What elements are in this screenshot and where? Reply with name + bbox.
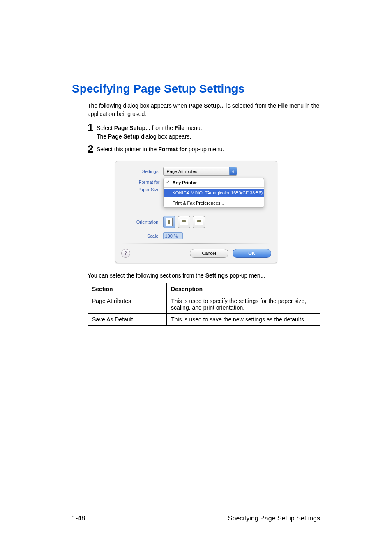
landscape-right-icon: [195, 219, 203, 225]
settings-row: Settings: Page Attributes ▴▾: [121, 167, 271, 176]
table-row: Page Attributes This is used to specify …: [88, 295, 320, 314]
table-header-description: Description: [167, 283, 320, 295]
page-footer: 1-48 Specifying Page Setup Settings: [72, 511, 320, 522]
table-header-section: Section: [88, 283, 167, 295]
dialog-footer: ? Cancel OK: [121, 249, 271, 258]
table-cell-section: Save As Default: [88, 314, 167, 326]
footer-divider: [72, 511, 320, 511]
after-text-b: pop-up menu.: [228, 272, 265, 279]
step1-text-b: from the: [150, 125, 175, 131]
step1-text-a: Select: [97, 125, 114, 131]
dropdown-item-prefs[interactable]: Print & Fax Preferences...: [164, 199, 264, 207]
step-number: 2: [88, 143, 97, 154]
paper-size-label: Paper Size: [121, 187, 163, 192]
step1-line2-bold: Page Setup: [108, 133, 139, 140]
section-heading: Specifying Page Setup Settings: [72, 82, 320, 95]
table-cell-description: This is used to save the new settings as…: [167, 314, 320, 326]
step2-bold-1: Format for: [158, 146, 187, 153]
table-cell-description: This is used to specify the settings for…: [167, 295, 320, 314]
step-text: Select this printer in the Format for po…: [97, 143, 224, 154]
after-screenshot-text: You can select the following sections fr…: [88, 272, 320, 279]
intro-text-2: is selected from the: [225, 102, 278, 109]
format-for-row: Format for Any Printer KONICA MINOLTAmag…: [137, 180, 271, 185]
step1-line2-a: The: [97, 133, 108, 140]
dropdown-item-any-printer[interactable]: Any Printer: [164, 178, 264, 187]
step1-text-c: menu.: [184, 125, 202, 131]
intro-paragraph: The following dialog box appears when Pa…: [88, 102, 320, 118]
step2-text-b: pop-up menu.: [187, 146, 224, 153]
format-for-label: Format for: [137, 180, 163, 185]
landscape-left-icon: [180, 219, 188, 225]
orientation-landscape-right-button[interactable]: [193, 216, 205, 228]
format-for-dropdown[interactable]: Any Printer KONICA MINOLTAmagicolor 1650…: [163, 178, 264, 208]
footer-title: Specifying Page Setup Settings: [228, 515, 320, 522]
cancel-button[interactable]: Cancel: [190, 249, 228, 258]
orientation-landscape-left-button[interactable]: [178, 216, 190, 228]
dialog-divider: [121, 243, 271, 244]
intro-bold-2: File: [278, 102, 288, 109]
intro-text-1: The following dialog box appears when: [88, 102, 189, 109]
step-number: 1: [88, 122, 97, 133]
footer-page-number: 1-48: [72, 515, 85, 522]
step-text: Select Page Setup... from the File menu.…: [97, 122, 202, 141]
select-caret-icon: ▴▾: [229, 167, 237, 175]
settings-select[interactable]: Page Attributes ▴▾: [163, 167, 237, 176]
step2-text-a: Select this printer in the: [97, 146, 158, 153]
table-cell-section: Page Attributes: [88, 295, 167, 314]
help-button[interactable]: ?: [121, 249, 130, 258]
orientation-row: Orientation:: [121, 216, 271, 228]
ok-button[interactable]: OK: [233, 249, 271, 258]
scale-label: Scale:: [121, 234, 163, 238]
dropdown-separator: [164, 198, 264, 198]
settings-select-value: Page Attributes: [167, 169, 198, 174]
scale-input[interactable]: [163, 232, 183, 239]
portrait-icon: [166, 218, 173, 226]
orientation-label: Orientation:: [121, 220, 163, 224]
table-row: Save As Default This is used to save the…: [88, 314, 320, 326]
intro-bold-1: Page Setup...: [189, 102, 225, 109]
dropdown-item-printer[interactable]: KONICA MINOLTAmagicolor 1650(CF:33:56): [164, 189, 264, 197]
step-1: 1 Select Page Setup... from the File men…: [88, 122, 320, 141]
step1-bold-2: File: [175, 125, 184, 131]
settings-sections-table: Section Description Page Attributes This…: [88, 283, 320, 326]
step1-line2-b: dialog box appears.: [139, 133, 191, 140]
step-2: 2 Select this printer in the Format for …: [88, 143, 320, 154]
dropdown-separator: [164, 187, 264, 188]
scale-row: Scale:: [121, 232, 271, 239]
table-header-row: Section Description: [88, 283, 320, 295]
after-text-bold: Settings: [205, 272, 228, 279]
orientation-portrait-button[interactable]: [163, 216, 175, 228]
after-text-a: You can select the following sections fr…: [88, 272, 205, 279]
page-setup-dialog: Settings: Page Attributes ▴▾ Format for …: [115, 161, 277, 263]
settings-label: Settings:: [121, 169, 163, 174]
steps-list: 1 Select Page Setup... from the File men…: [88, 122, 320, 154]
step1-bold-1: Page Setup...: [114, 125, 150, 131]
